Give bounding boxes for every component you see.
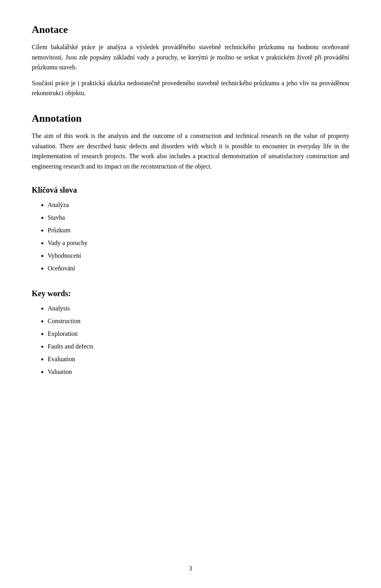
page-number: 3	[189, 565, 192, 572]
klicova-slova-section: Klíčová slova Analýza Stavba Průzkum Vad…	[32, 186, 349, 275]
anotace-heading: Anotace	[32, 24, 349, 36]
list-item: Vyhodnocení	[48, 249, 349, 262]
annotation-heading: Annotation	[32, 113, 349, 124]
list-item: Analysis	[48, 302, 349, 315]
page: Anotace Cílem bakalářské práce je analýz…	[0, 0, 381, 588]
klicova-slova-heading: Klíčová slova	[32, 186, 349, 195]
list-item: Valuation	[48, 366, 349, 378]
list-item: Průzkum	[48, 224, 349, 237]
list-item: Evaluation	[48, 353, 349, 366]
list-item: Analýza	[48, 199, 349, 211]
key-words-section: Key words: Analysis Construction Explora…	[32, 289, 349, 378]
list-item: Stavba	[48, 211, 349, 224]
list-item: Construction	[48, 315, 349, 328]
anotace-paragraph2: Součástí práce je i praktická ukázka ned…	[32, 78, 349, 98]
list-item: Exploration	[48, 328, 349, 340]
annotation-section: Annotation The aim of this work is the a…	[32, 113, 349, 171]
list-item: Vady a poruchy	[48, 237, 349, 249]
list-item: Oceňování	[48, 262, 349, 275]
key-words-list: Analysis Construction Exploration Faults…	[48, 302, 349, 378]
klicova-slova-list: Analýza Stavba Průzkum Vady a poruchy Vy…	[48, 199, 349, 275]
annotation-paragraph1: The aim of this work is the analysis and…	[32, 131, 349, 171]
anotace-section: Anotace Cílem bakalářské práce je analýz…	[32, 24, 349, 98]
list-item: Faults and defects	[48, 340, 349, 353]
anotace-paragraph1: Cílem bakalářské práce je analýza a výsl…	[32, 42, 349, 73]
key-words-heading: Key words:	[32, 289, 349, 298]
